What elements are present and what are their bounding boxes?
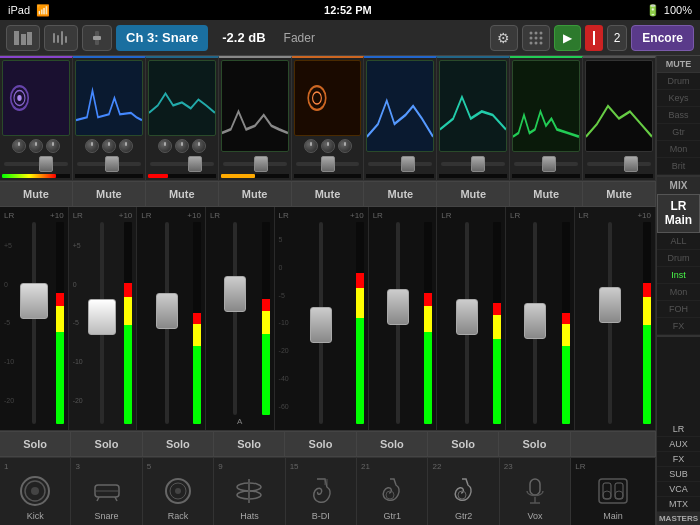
h-fader-thumb-rack[interactable]: [188, 156, 202, 172]
mixer-view-btn[interactable]: [6, 25, 40, 51]
h-fader-thumb-vox[interactable]: [542, 156, 556, 172]
mute-btn-lr[interactable]: Mute: [583, 182, 656, 206]
knob-s1[interactable]: [85, 139, 99, 153]
h-fader-thumb-hats[interactable]: [254, 156, 268, 172]
fader-track-snare[interactable]: [82, 222, 124, 424]
grid-btn[interactable]: [522, 25, 550, 51]
sidebar-brit[interactable]: Brit: [657, 158, 700, 175]
h-fader-track-hats[interactable]: [223, 162, 287, 166]
sidebar-mon-mix[interactable]: Mon: [657, 284, 700, 301]
knob-b3[interactable]: [338, 139, 352, 153]
channel-icon-gtr1[interactable]: 21 Gtr1: [357, 458, 428, 525]
fader-track-gtr2[interactable]: [441, 222, 492, 424]
h-fader-thumb-bdi[interactable]: [321, 156, 335, 172]
fader-thumb-bdi[interactable]: [310, 307, 332, 343]
solo-btn-bdi[interactable]: Solo: [285, 432, 356, 456]
knob-s3[interactable]: [119, 139, 133, 153]
mute-btn-snare[interactable]: Mute: [73, 182, 146, 206]
h-fader-track-bdi[interactable]: [296, 162, 360, 166]
knob-b2[interactable]: [321, 139, 335, 153]
sidebar-keys[interactable]: Keys: [657, 90, 700, 107]
solo-btn-kick[interactable]: Solo: [0, 432, 71, 456]
play-btn[interactable]: ▶: [554, 25, 581, 51]
sidebar-all[interactable]: ALL: [657, 233, 700, 250]
solo-btn-rack[interactable]: Solo: [143, 432, 214, 456]
h-fader-track-lr[interactable]: [587, 162, 651, 166]
solo-btn-hats[interactable]: Solo: [214, 432, 285, 456]
channel-icon-lr-main[interactable]: LR Main: [571, 458, 656, 525]
sidebar-drum[interactable]: Drum: [657, 73, 700, 90]
h-fader-track-snare[interactable]: [77, 162, 141, 166]
knob-r2[interactable]: [175, 139, 189, 153]
h-fader-thumb-kick[interactable]: [39, 156, 53, 172]
channel-icon-vox[interactable]: 23 Vox: [500, 458, 571, 525]
knob-s2[interactable]: [102, 139, 116, 153]
h-fader-track-rack[interactable]: [150, 162, 214, 166]
h-fader-thumb-lr[interactable]: [624, 156, 638, 172]
solo-btn-vox[interactable]: Solo: [499, 432, 570, 456]
mute-btn-hats[interactable]: Mute: [219, 182, 292, 206]
sidebar-bass[interactable]: Bass: [657, 107, 700, 124]
solo-btn-gtr2[interactable]: Solo: [428, 432, 499, 456]
settings-btn[interactable]: ⚙: [490, 25, 518, 51]
h-fader-thumb-gtr2[interactable]: [471, 156, 485, 172]
fader-thumb-gtr1[interactable]: [387, 289, 409, 325]
channel-icon-rack[interactable]: 5 Rack: [143, 458, 214, 525]
h-fader-track-vox[interactable]: [514, 162, 578, 166]
channel-icon-hats[interactable]: 9 Hats: [214, 458, 285, 525]
fader-track-gtr1[interactable]: [373, 222, 424, 424]
mute-btn-rack[interactable]: Mute: [146, 182, 219, 206]
solo-btn-gtr1[interactable]: Solo: [357, 432, 428, 456]
channel-icon-gtr2[interactable]: 22 Gtr2: [428, 458, 499, 525]
master-sub[interactable]: SUB: [657, 467, 700, 482]
channel-icon-snare[interactable]: 3 Snare: [71, 458, 142, 525]
mute-btn-kick[interactable]: Mute: [0, 182, 73, 206]
fader-view-btn[interactable]: [82, 25, 112, 51]
sidebar-fx[interactable]: FX: [657, 318, 700, 335]
fader-track-vox[interactable]: [510, 222, 561, 424]
solo-btn-lr[interactable]: [571, 432, 656, 456]
sidebar-mon[interactable]: Mon: [657, 141, 700, 158]
fader-thumb-vox[interactable]: [524, 303, 546, 339]
knob-r3[interactable]: [192, 139, 206, 153]
h-fader-track-gtr1[interactable]: [368, 162, 432, 166]
mute-btn-gtr2[interactable]: Mute: [437, 182, 510, 206]
mute-btn-vox[interactable]: Mute: [510, 182, 583, 206]
fader-thumb-snare[interactable]: [88, 299, 116, 335]
master-lr[interactable]: LR: [657, 422, 700, 437]
sidebar-inst[interactable]: Inst: [657, 267, 700, 284]
fader-track-kick[interactable]: [13, 222, 55, 424]
h-fader-track-gtr2[interactable]: [441, 162, 505, 166]
fader-thumb-hats[interactable]: [224, 276, 246, 312]
solo-btn-snare[interactable]: Solo: [71, 432, 142, 456]
fader-thumb-rack[interactable]: [156, 293, 178, 329]
fader-thumb-lr[interactable]: [599, 287, 621, 323]
fader-track-bdi[interactable]: [288, 222, 355, 424]
channel-icon-kick[interactable]: 1 Kick: [0, 458, 71, 525]
mute-btn-gtr1[interactable]: Mute: [364, 182, 437, 206]
master-aux[interactable]: AUX: [657, 437, 700, 452]
knob-2[interactable]: [29, 139, 43, 153]
lr-main-btn[interactable]: LR Main: [657, 194, 700, 233]
fader-track-hats[interactable]: [210, 222, 261, 415]
fader-thumb-kick[interactable]: [20, 283, 48, 319]
channel-icon-bdi[interactable]: 15 B-DI: [286, 458, 357, 525]
master-fx[interactable]: FX: [657, 452, 700, 467]
h-fader-track-kick[interactable]: [4, 162, 68, 166]
master-mtx[interactable]: MTX: [657, 497, 700, 512]
h-fader-thumb-snare[interactable]: [105, 156, 119, 172]
master-vca[interactable]: VCA: [657, 482, 700, 497]
sidebar-drum-mix[interactable]: Drum: [657, 250, 700, 267]
knob-r1[interactable]: [158, 139, 172, 153]
sidebar-foh[interactable]: FOH: [657, 301, 700, 318]
mute-btn-bdi[interactable]: Mute: [292, 182, 365, 206]
fader-track-lr[interactable]: [579, 222, 642, 424]
sidebar-gtr[interactable]: Gtr: [657, 124, 700, 141]
fader-track-rack[interactable]: [141, 222, 192, 424]
eq-view-btn[interactable]: [44, 25, 78, 51]
h-fader-thumb-gtr1[interactable]: [401, 156, 415, 172]
knob-b1[interactable]: [304, 139, 318, 153]
knob-1[interactable]: [12, 139, 26, 153]
knob-3[interactable]: [46, 139, 60, 153]
encore-btn[interactable]: Encore: [631, 25, 694, 51]
